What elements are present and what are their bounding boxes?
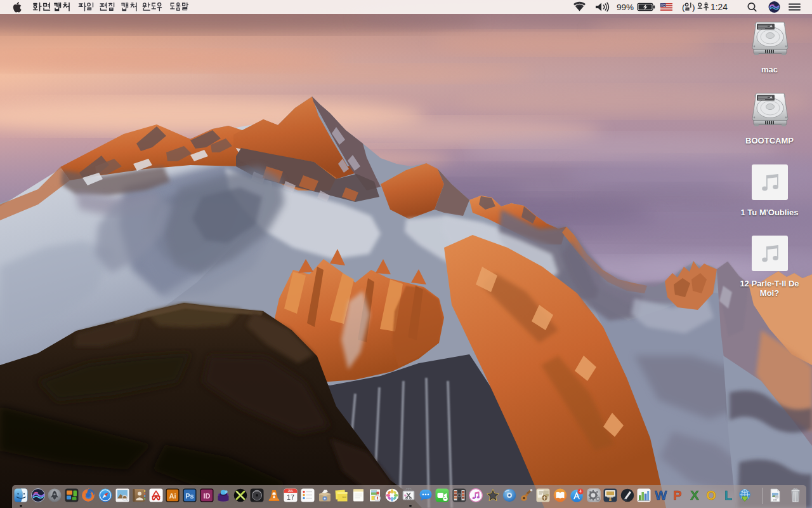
svg-text:text: text (343, 495, 347, 498)
svg-text:O: O (706, 488, 716, 502)
svg-text:99%: 99% (617, 3, 634, 12)
svg-text:RTF: RTF (773, 499, 777, 502)
svg-text:ID: ID (203, 492, 210, 500)
svg-text:(: ( (682, 3, 685, 12)
svg-text:P: P (673, 488, 681, 502)
svg-text:17: 17 (287, 493, 294, 501)
svg-text:W: W (655, 488, 667, 502)
svg-text:Ai: Ai (169, 492, 176, 500)
svg-text:): ) (692, 3, 695, 12)
svg-text:4: 4 (579, 489, 582, 493)
svg-text:L: L (724, 488, 731, 502)
svg-text:X: X (690, 488, 699, 502)
svg-text:JUL: JUL (288, 490, 294, 493)
svg-text:Ps: Ps (185, 492, 193, 500)
svg-text:1:24: 1:24 (710, 3, 728, 12)
